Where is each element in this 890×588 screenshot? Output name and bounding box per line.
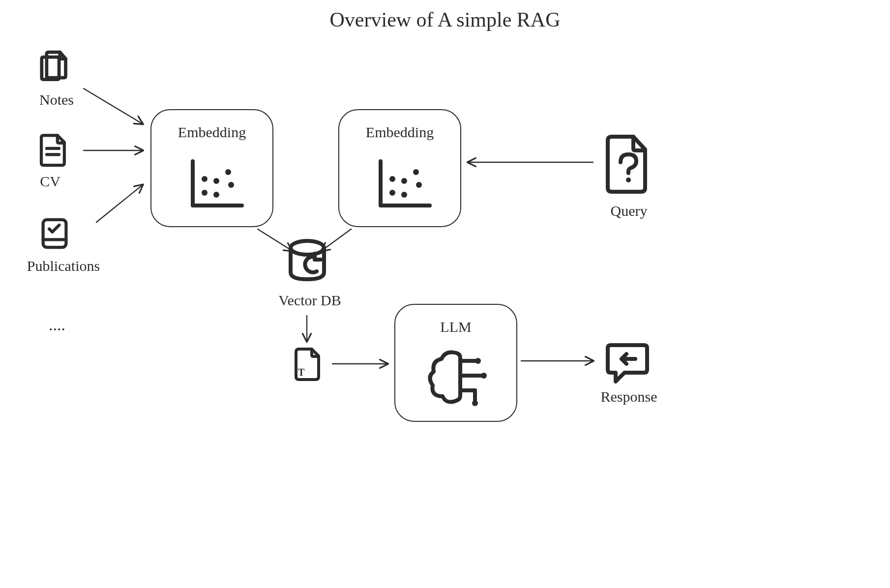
vector-db-label: Vector DB <box>266 292 354 309</box>
template-file-icon: T <box>290 345 325 383</box>
vector-db-icon <box>280 236 334 290</box>
svg-point-10 <box>389 190 395 196</box>
more-sources-label: .... <box>42 316 72 334</box>
svg-point-14 <box>413 169 419 175</box>
embedding-box-left: Embedding <box>150 109 273 227</box>
query-label: Query <box>602 203 656 219</box>
svg-point-7 <box>213 178 219 184</box>
embedding-right-label: Embedding <box>339 124 460 141</box>
llm-box: LLM <box>394 304 517 422</box>
publications-icon <box>35 214 74 253</box>
response-icon <box>603 337 652 386</box>
svg-point-20 <box>475 358 481 364</box>
svg-point-16 <box>626 177 631 182</box>
diagram-canvas: Overview of A simple RAG Notes CV Public… <box>0 0 890 588</box>
svg-point-22 <box>481 373 487 379</box>
svg-point-15 <box>416 182 422 188</box>
svg-rect-2 <box>43 220 66 247</box>
svg-line-26 <box>84 88 143 124</box>
svg-line-28 <box>96 185 143 222</box>
svg-point-11 <box>401 192 407 198</box>
arrows-layer <box>0 0 890 588</box>
svg-point-13 <box>401 178 407 184</box>
cv-icon <box>34 131 73 169</box>
svg-point-5 <box>213 192 219 198</box>
scatter-chart-icon <box>184 156 248 215</box>
svg-point-25 <box>472 400 478 406</box>
cv-label: CV <box>35 173 65 190</box>
svg-point-4 <box>202 190 208 196</box>
notes-icon <box>33 47 75 88</box>
svg-point-9 <box>228 182 234 188</box>
svg-text:T: T <box>298 367 305 378</box>
embedding-box-right: Embedding <box>338 109 461 227</box>
svg-point-17 <box>291 241 324 255</box>
llm-label: LLM <box>395 319 516 335</box>
query-icon <box>601 132 655 196</box>
publications-label: Publications <box>22 258 105 274</box>
svg-point-6 <box>202 176 208 182</box>
brain-circuit-icon <box>422 343 496 412</box>
notes-label: Notes <box>30 91 84 108</box>
scatter-chart-icon <box>372 156 436 215</box>
svg-point-8 <box>225 169 231 175</box>
embedding-left-label: Embedding <box>151 124 272 141</box>
response-label: Response <box>592 388 666 405</box>
svg-point-12 <box>389 176 395 182</box>
diagram-title: Overview of A simple RAG <box>0 8 890 31</box>
